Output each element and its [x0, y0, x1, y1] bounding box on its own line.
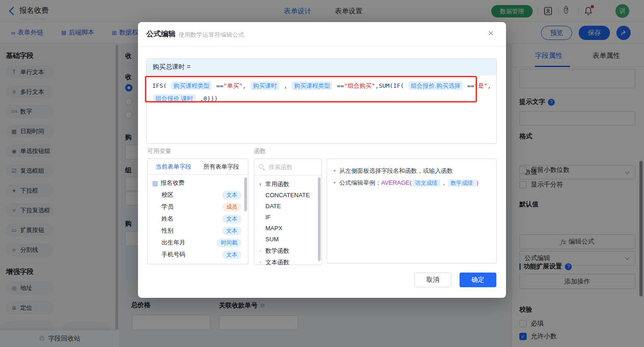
- help-example: AVERAGE(语文成绩，数学成绩): [381, 179, 479, 186]
- variable-type-badge: 文本: [222, 191, 242, 199]
- formula-text: ,: [242, 82, 250, 89]
- close-icon[interactable]: ×: [485, 28, 497, 39]
- formula-string-literal: "组合购买": [344, 82, 375, 89]
- formula-editor[interactable]: IFS( 购买课程类型 =="单买", 购买课时 , 购买课程类型 =="组合购…: [147, 75, 496, 109]
- formula-text: ==: [213, 82, 223, 89]
- functions-scrollbar[interactable]: [318, 177, 321, 261]
- variable-name: 手机号码: [161, 250, 185, 259]
- app-window: 报名收费 表单设计 表单设置 数据管理 ? 训 ∞ 表单外链 ⊠ 后端脚本 ⊞ …: [0, 0, 644, 347]
- formula-field-token[interactable]: 组合报价.购买选择: [408, 81, 463, 90]
- formula-string-literal: "单买": [224, 82, 243, 89]
- function-group-label: 文本函数: [265, 258, 289, 266]
- variable-type-badge: 文本: [222, 215, 242, 223]
- formula-text: ,SUM(IF(: [375, 82, 408, 89]
- variable-name: 性别: [161, 227, 173, 235]
- formula-field-token[interactable]: 购买课程类型: [292, 81, 332, 90]
- variable-row[interactable]: 姓名文本: [152, 213, 248, 225]
- form-doc-icon: ▤: [152, 180, 158, 187]
- formula-line: IFS( 购买课程类型 =="单买", 购买课时 , 购买课程类型 =="组合购…: [152, 80, 491, 92]
- variable-rows: 校区文本学员成员姓名文本性别文本出生年月时间戳手机号码文本: [152, 189, 248, 261]
- variable-type-badge: 文本: [222, 250, 242, 259]
- chevron-right-icon: ›: [258, 248, 263, 253]
- formula-target: 购买总课时 =: [147, 59, 496, 75]
- function-group[interactable]: ∨常用函数: [258, 178, 322, 190]
- formula-string-literal: "是": [474, 82, 488, 89]
- confirm-button[interactable]: 确定: [460, 273, 496, 287]
- variables-tree: ▤ 报名收费 校区文本学员成员姓名文本性别文本出生年月时间戳手机号码文本: [148, 175, 248, 261]
- function-item[interactable]: MAPX: [258, 223, 322, 234]
- variables-label: 可用变量: [147, 147, 171, 155]
- modal-title: 公式编辑: [146, 29, 176, 39]
- help-example-line: 公式编辑举例：AVERAGE(语文成绩，数学成绩): [339, 177, 479, 189]
- variable-row[interactable]: 性别文本: [152, 225, 248, 237]
- example-text: AVERAGE(: [381, 179, 412, 186]
- function-group[interactable]: ›数学函数: [258, 245, 322, 256]
- chevron-right-icon: ›: [258, 260, 263, 265]
- modal-subtitle: 使用数学运算符编辑公式: [178, 31, 244, 39]
- function-item[interactable]: DATE: [258, 201, 322, 212]
- formula-text: ==: [464, 82, 474, 89]
- function-search: [254, 159, 322, 176]
- variable-type-badge: 文本: [222, 227, 242, 235]
- cancel-button[interactable]: 取消: [414, 273, 451, 287]
- example-field-token: 语文成绩: [413, 179, 440, 187]
- variable-type-badge: 时间戳: [217, 239, 242, 247]
- function-group-label: 数学函数: [265, 247, 289, 255]
- bullet-dot: •: [334, 165, 336, 177]
- function-group[interactable]: ›文本函数: [258, 256, 322, 265]
- tab-all-form-fields[interactable]: 所有表单字段: [203, 163, 239, 171]
- formula-help-panel: • 从左侧面板选择字段名和函数，或输入函数 • 公式编辑举例：AVERAGE(语…: [327, 159, 497, 263]
- variable-name: 学员: [161, 203, 173, 211]
- variable-name: 校区: [161, 191, 173, 199]
- formula-text: ,0))): [196, 95, 218, 102]
- search-icon: [259, 164, 265, 170]
- tab-current-form-fields[interactable]: 当前表单字段: [155, 163, 191, 171]
- formula-text: ,: [488, 82, 491, 89]
- formula-field-token[interactable]: 购买课时: [251, 81, 279, 90]
- formula-text: ,: [280, 82, 291, 89]
- functions-label: 函数: [254, 147, 266, 155]
- formula-text: IFS(: [152, 82, 170, 89]
- example-field-token: 数学成绩: [448, 179, 476, 187]
- bullet-dot: •: [334, 177, 336, 189]
- example-text: ): [477, 179, 478, 186]
- modal-header: 公式编辑 使用数学运算符编辑公式 ×: [138, 22, 506, 46]
- example-text: ，: [441, 179, 447, 186]
- function-item[interactable]: CONCATENATE: [258, 190, 322, 201]
- formula-editor-modal: 公式编辑 使用数学运算符编辑公式 × 购买总课时 = IFS( 购买课程类型 =…: [138, 22, 506, 298]
- variable-name: 姓名: [161, 215, 173, 223]
- formula-text: ==: [333, 82, 344, 89]
- formula-box: 购买总课时 = IFS( 购买课程类型 =="单买", 购买课时 , 购买课程类…: [146, 58, 497, 144]
- function-item[interactable]: IF: [258, 212, 322, 223]
- variables-scrollbar[interactable]: [244, 177, 247, 211]
- functions-tree: ∨常用函数CONCATENATEDATEIFMAPXSUM›数学函数›文本函数: [254, 176, 322, 265]
- variable-name: 出生年月: [161, 239, 185, 247]
- variable-type-badge: 成员: [222, 203, 242, 211]
- formula-field-token[interactable]: 购买课程类型: [171, 81, 212, 90]
- chevron-down-icon: ∨: [258, 182, 263, 187]
- functions-panel: ∨常用函数CONCATENATEDATEIFMAPXSUM›数学函数›文本函数: [254, 159, 322, 265]
- help-bullet-2: • 公式编辑举例：AVERAGE(语文成绩，数学成绩): [334, 177, 492, 189]
- formula-lines: IFS( 购买课程类型 =="单买", 购买课时 , 购买课程类型 =="组合购…: [152, 80, 491, 105]
- function-item[interactable]: SUM: [258, 234, 322, 245]
- variable-row[interactable]: 出生年月时间戳: [152, 237, 248, 249]
- variable-row[interactable]: 学员成员: [152, 201, 248, 213]
- variable-row[interactable]: 校区文本: [152, 189, 248, 201]
- function-search-input[interactable]: [269, 164, 312, 171]
- form-root-node[interactable]: ▤ 报名收费: [152, 177, 248, 189]
- formula-field-token[interactable]: 组合报价.课时: [153, 94, 196, 103]
- variables-tabs: 当前表单字段 所有表单字段: [148, 159, 248, 175]
- function-group-label: 常用函数: [265, 180, 289, 188]
- formula-line: 组合报价.课时 ,0))): [152, 92, 491, 105]
- help-bullet-1: • 从左侧面板选择字段名和函数，或输入函数: [334, 165, 492, 177]
- variables-panel: 当前表单字段 所有表单字段 ▤ 报名收费 校区文本学员成员姓名文本性别文本出生年…: [147, 159, 248, 264]
- variable-row[interactable]: 手机号码文本: [152, 249, 248, 261]
